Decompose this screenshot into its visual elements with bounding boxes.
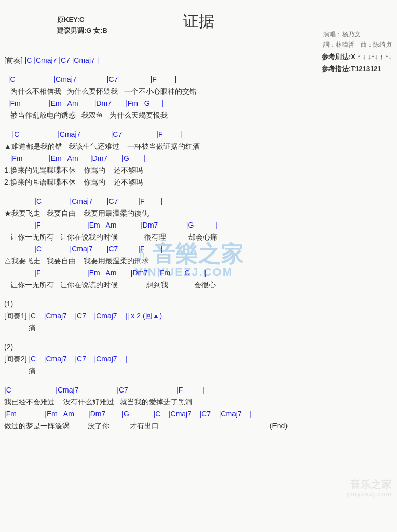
intro-chords: |C |Cmaj7 |C7 |Cmaj7 | xyxy=(23,56,99,64)
strumming-pattern: 参考刷法:X ↑ ↓ ↓↑↓ ↑ ↑↓ xyxy=(322,51,392,63)
writers: 詞：林暐哲 曲：陈绮贞 xyxy=(323,39,392,50)
verse2-lyric2a: 1.换来的咒骂喋喋不休 你骂的 还不够吗 xyxy=(4,165,393,176)
finger-pattern: 参考指法:T1213121 xyxy=(322,63,392,75)
footer-watermark: 音乐之家 yinyuezj.com xyxy=(347,478,392,498)
verse2-section: |C |Cmaj7 |C7 |F | ▲难道都是我的错 我该生气还难过 一杯被当… xyxy=(4,129,393,188)
footer-wm-main: 音乐之家 xyxy=(350,479,392,490)
key-info: 原KEY:C 建议男调:G 女:B xyxy=(57,15,107,36)
chorus-lyric3: △我要飞走 我要自由 我要用最温柔的刑求 xyxy=(4,256,393,267)
play-hints: 参考刷法:X ↑ ↓ ↓↑↓ ↑ ↑↓ 参考指法:T1213121 xyxy=(322,51,392,75)
interlude1-chords: |C |Cmaj7 |C7 |Cmaj7 || x 2 (回▲) xyxy=(27,312,162,320)
interlude2-num: (2) xyxy=(4,342,393,353)
interlude2-label: [间奏2] xyxy=(4,355,27,363)
chorus-chord2: |F |Em Am |Dm7 |G | xyxy=(4,220,393,231)
verse1-chord1: |C |Cmaj7 |C7 |F | xyxy=(4,74,393,85)
intro-label: [前奏] xyxy=(4,56,23,64)
chorus-lyric1: ★我要飞走 我要自由 我要用最温柔的復仇 xyxy=(4,208,393,219)
chorus-lyric2: 让你一无所有 让你在说我的时候 很有理 却会心痛 xyxy=(4,232,393,243)
chorus-chord4: |F |Em Am |Dm7 |Fm G | xyxy=(4,268,393,278)
outro-chord2: |Fm |Em Am |Dm7 |G |C |Cmaj7 |C7 |Cmaj7 … xyxy=(4,409,393,419)
verse2-lyric1: ▲难道都是我的错 我该生气还难过 一杯被当做证据的红酒 xyxy=(4,141,393,152)
chorus-section: |C |Cmaj7 |C7 |F | ★我要飞走 我要自由 我要用最温柔的復仇 … xyxy=(4,196,393,290)
verse1-lyric2: 被当作乱放电的诱惑 我双鱼 为什么天蝎要恨我 xyxy=(4,110,393,121)
verse2-chord1: |C |Cmaj7 |C7 |F | xyxy=(4,129,393,140)
outro-lyric1: 我已经不会难过 没有什么好难过 就当我的爱掉进了黑洞 xyxy=(4,397,393,408)
recommended-key: 建议男调:G 女:B xyxy=(57,25,107,36)
verse2-lyric2b: 2.换来的耳语喋喋不休 你骂的 还不够吗 xyxy=(4,177,393,188)
chorus-lyric4: 让你一无所有 让你在说谎的时候 想到我 会很心 xyxy=(4,279,393,290)
verse2-chord2: |Fm |Em Am |Dm7 |G | xyxy=(4,153,393,164)
verse1-section: |C |Cmaj7 |C7 |F | 为什么不相信我 为什么要怀疑我 一个不小心… xyxy=(4,74,393,121)
original-key: 原KEY:C xyxy=(57,15,107,25)
interlude1-label: [间奏1] xyxy=(4,312,27,320)
interlude2-chords: |C |Cmaj7 |C7 |Cmaj7 | xyxy=(27,355,127,363)
chord-sheet: 原KEY:C 建议男调:G 女:B 证据 演唱：杨乃文 詞：林暐哲 曲：陈绮贞 … xyxy=(0,0,397,502)
verse1-chord2: |Fm |Em Am |Dm7 |Fm G | xyxy=(4,98,393,109)
credits: 演唱：杨乃文 詞：林暐哲 曲：陈绮贞 xyxy=(323,29,392,50)
song-body: [前奏] |C |Cmaj7 |C7 |Cmaj7 | |C |Cmaj7 |C… xyxy=(4,55,393,431)
outro-chord1: |C |Cmaj7 |C7 |F | xyxy=(4,385,393,396)
interlude2-tail: 痛 xyxy=(4,366,393,376)
interlude1-section: (1) [间奏1] |C |Cmaj7 |C7 |Cmaj7 || x 2 (回… xyxy=(4,299,393,333)
chorus-chord1: |C |Cmaj7 |C7 |F | xyxy=(4,196,393,207)
interlude1-num: (1) xyxy=(4,299,393,310)
interlude1-tail: 痛 xyxy=(4,323,393,333)
chorus-chord3: |C |Cmaj7 |C7 |F | xyxy=(4,244,393,255)
singer: 演唱：杨乃文 xyxy=(323,29,392,39)
outro-lyric2: 做过的梦是一阵漩涡 没了你 才有出口 (End) xyxy=(4,421,393,431)
footer-wm-sub: yinyuezj.com xyxy=(347,491,392,498)
interlude2-section: (2) [间奏2] |C |Cmaj7 |C7 |Cmaj7 | 痛 xyxy=(4,342,393,376)
outro-section: |C |Cmaj7 |C7 |F | 我已经不会难过 没有什么好难过 就当我的爱… xyxy=(4,385,393,431)
song-title: 证据 xyxy=(183,9,214,33)
verse1-lyric1: 为什么不相信我 为什么要怀疑我 一个不小心眼神的交错 xyxy=(4,86,393,97)
